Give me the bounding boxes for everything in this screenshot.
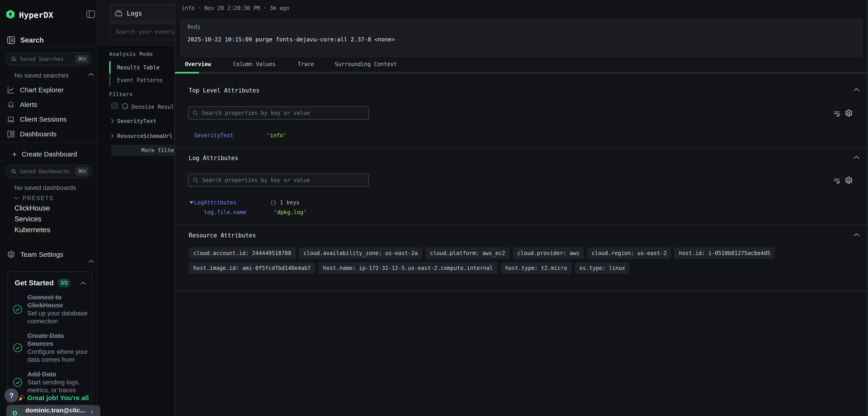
saved-searches-input[interactable]: ⌘K <box>5 53 92 65</box>
checklist-item[interactable]: Connect to ClickHouse Set up your databa… <box>13 294 90 325</box>
property-search[interactable] <box>188 107 369 120</box>
hyperdx-app: HyperDX Search ⌘K No saved sea <box>0 0 868 416</box>
attribute-key[interactable]: log.file.name <box>204 209 246 215</box>
more-filters-button[interactable]: More filters <box>111 145 175 156</box>
resource-attribute-chip[interactable]: os.type: linux <box>575 262 629 274</box>
event-search[interactable] <box>110 24 175 40</box>
resource-attribute-chip[interactable]: host.id: i-0510b81275acbe4d5 <box>674 247 775 259</box>
tab-underline <box>199 72 868 73</box>
scrollbar-gutter[interactable] <box>867 0 868 416</box>
collapse-section-button[interactable] <box>853 88 860 91</box>
bell-icon <box>7 100 15 109</box>
property-search[interactable] <box>188 174 369 187</box>
user-menu[interactable]: D dominic.tran@clic... dominic.tran@clic… <box>6 405 100 416</box>
saved-dashboards-field[interactable] <box>20 169 72 174</box>
user-email: dominic.tran@clickho... <box>25 415 81 416</box>
value-text: dpkg.log <box>277 209 303 215</box>
resource-attribute-chip[interactable]: cloud.platform: aws_ec2 <box>426 247 509 259</box>
presets-toggle[interactable]: PRESETS <box>14 195 54 202</box>
chevron-right-icon <box>111 133 114 138</box>
help-button[interactable]: ? <box>4 388 19 403</box>
resource-attribute-chip[interactable]: cloud.provider: aws <box>513 247 584 259</box>
quote: " <box>274 209 277 215</box>
checklist-item-title: Connect to ClickHouse <box>27 294 88 309</box>
plus-icon: + <box>12 150 17 159</box>
resource-attribute-chip[interactable]: cloud.availability_zone: us-east-2a <box>299 247 422 259</box>
chevron-up-icon[interactable] <box>80 281 86 285</box>
attribute-key[interactable]: SeverityText <box>194 132 233 139</box>
keys-count: {} 1 keys <box>270 200 300 206</box>
sidebar-item-alerts[interactable]: Alerts <box>0 99 97 111</box>
progress-badge: 3/3 <box>58 278 70 287</box>
check-circle-icon <box>13 378 22 387</box>
panel-collapse-icon <box>86 10 95 18</box>
property-search-field[interactable] <box>202 110 364 116</box>
filters-label: Filters <box>109 91 133 97</box>
denoise-label: Denoise Results <box>131 104 175 110</box>
attribute-key[interactable]: LogAttributes <box>194 200 237 206</box>
create-dashboard-label: Create Dashboard <box>22 150 77 158</box>
tree-expand-icon[interactable] <box>189 201 193 204</box>
section-title-resource: Resource Attributes <box>189 232 256 239</box>
tab-trace[interactable]: Trace <box>298 61 314 67</box>
logs-panel: Logs Analysis Mode Results Table Event P… <box>97 0 175 416</box>
no-saved-dashboards-text: No saved dashboards <box>14 184 76 191</box>
gear-icon <box>7 250 16 259</box>
chevron-up-icon <box>853 88 860 91</box>
chevron-down-icon <box>14 197 19 200</box>
active-tab-indicator <box>175 72 199 73</box>
saved-searches-field[interactable] <box>20 56 72 62</box>
attribute-value[interactable]: "info" <box>267 132 286 139</box>
quote: " <box>303 209 307 215</box>
settings-button[interactable] <box>844 176 853 185</box>
tab-column-values[interactable]: Column Values <box>233 61 276 67</box>
tab-overview[interactable]: Overview <box>185 61 211 67</box>
filter-group-resourceschemaurl[interactable]: ResourceSchemaUrl <box>117 133 173 139</box>
resource-attribute-chip[interactable]: host.type: t2.micro <box>501 262 572 274</box>
source-selector[interactable]: Logs <box>110 4 175 22</box>
get-started-title: Get Started <box>15 279 54 287</box>
collapse-section-button[interactable] <box>853 155 860 159</box>
sidebar-item-chart-explorer[interactable]: Chart Explorer <box>0 84 97 96</box>
sidebar-item-team-settings[interactable]: Team Settings <box>0 249 97 261</box>
logs-source-icon <box>115 9 123 18</box>
create-dashboard-button[interactable]: + Create Dashboard <box>0 148 97 160</box>
line-wrap-button[interactable] <box>833 177 841 184</box>
sidebar-item-dashboards[interactable]: Dashboards <box>0 128 97 140</box>
preset-kubernetes[interactable]: Kubernetes <box>14 226 51 234</box>
search-icon <box>193 110 198 116</box>
attribute-row: SeverityText <box>194 132 233 139</box>
resource-attribute-chip[interactable]: cloud.account.id: 244449518788 <box>189 247 296 259</box>
chevron-up-icon <box>88 73 94 76</box>
chevron-up-icon <box>853 233 860 237</box>
sidebar-item-search[interactable]: Search <box>0 34 97 46</box>
resource-attribute-chip[interactable]: cloud.region: us-east-2 <box>587 247 671 259</box>
sidebar-collapse-button[interactable] <box>86 10 95 18</box>
collapse-section-button[interactable] <box>853 233 860 237</box>
filter-group-severitytext[interactable]: SeverityText <box>117 118 156 124</box>
preset-clickhouse[interactable]: ClickHouse <box>14 204 50 212</box>
resource-attribute-chip[interactable]: host.image.id: ami-0f5fcdfbd140e4ab7 <box>189 262 315 274</box>
resource-attribute-chip[interactable]: host.name: ip-172-31-12-5.us-east-2.comp… <box>318 262 497 274</box>
chevron-right-icon: › <box>90 407 93 416</box>
section-title-top-level: Top Level Attributes <box>189 87 259 94</box>
mode-indicator <box>109 74 111 86</box>
property-search-field[interactable] <box>202 177 364 183</box>
mode-event-patterns[interactable]: Event Patterns <box>117 77 163 83</box>
denoise-checkbox[interactable] <box>111 102 118 109</box>
checklist-item[interactable]: Add Data Start sending logs, metrics, or… <box>13 370 90 394</box>
app-name: HyperDX <box>19 10 53 20</box>
checklist-item[interactable]: Create Data Sources Configure where your… <box>13 332 90 363</box>
tab-surrounding-context[interactable]: Surrounding Context <box>335 61 397 67</box>
section-divider <box>175 225 868 225</box>
chevron-right-icon <box>111 118 114 123</box>
event-search-field[interactable] <box>116 29 175 35</box>
mode-results-table[interactable]: Results Table <box>117 64 160 71</box>
settings-button[interactable] <box>844 109 853 118</box>
sidebar-item-client-sessions[interactable]: Client Sessions <box>0 114 97 125</box>
attribute-value[interactable]: "dpkg.log" <box>274 209 307 215</box>
source-label: Logs <box>127 10 142 17</box>
saved-dashboards-input[interactable]: ⌘K <box>5 165 92 178</box>
preset-services[interactable]: Services <box>14 215 41 223</box>
line-wrap-button[interactable] <box>833 110 841 117</box>
